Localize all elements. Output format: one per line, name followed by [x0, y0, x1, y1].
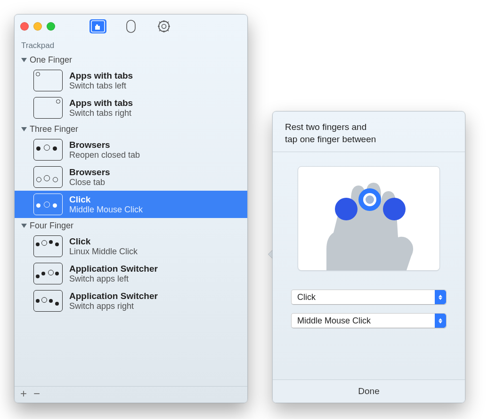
- svg-point-16: [383, 198, 406, 220]
- svg-point-12: [335, 198, 358, 220]
- toolbar-tabs: [81, 17, 180, 36]
- item-title: Apps with tabs: [69, 98, 133, 108]
- select-value: Click: [297, 292, 316, 302]
- titlebar: [15, 15, 247, 38]
- zoom-window-button[interactable]: [47, 22, 55, 31]
- gesture-glyph-icon: [33, 235, 63, 257]
- svg-line-10: [167, 22, 169, 23]
- list-item[interactable]: Browsers Close tab: [15, 163, 247, 191]
- list-item[interactable]: Apps with tabs Switch tabs right: [15, 94, 247, 121]
- list-item[interactable]: Application Switcher Switch apps right: [15, 287, 247, 315]
- item-subtitle: Middle Mouse Click: [69, 205, 143, 215]
- preferences-window: Trackpad One Finger Apps with tabs Switc…: [14, 14, 248, 403]
- item-title: Apps with tabs: [69, 71, 133, 81]
- item-subtitle: Switch tabs right: [69, 108, 133, 118]
- gesture-glyph-icon: [33, 263, 63, 284]
- done-button[interactable]: Done: [273, 380, 465, 403]
- item-title: Click: [69, 236, 138, 247]
- list-footer: + −: [15, 386, 247, 403]
- tab-mouse[interactable]: [114, 17, 147, 36]
- svg-line-8: [159, 22, 161, 23]
- minimize-window-button[interactable]: [33, 22, 42, 31]
- tab-settings[interactable]: [147, 17, 180, 36]
- section-label: Four Finger: [30, 221, 73, 231]
- stepper-icon: [435, 290, 446, 304]
- heading-line: Rest two fingers and: [285, 121, 453, 133]
- gesture-list: One Finger Apps with tabs Switch tabs le…: [15, 52, 247, 386]
- gesture-glyph-icon: [33, 290, 63, 312]
- section-label: Three Finger: [30, 124, 78, 134]
- list-item[interactable]: Browsers Reopen closed tab: [15, 136, 247, 163]
- section-caption: Trackpad: [15, 38, 247, 52]
- gesture-glyph-icon: [33, 194, 63, 215]
- action-select[interactable]: Click: [291, 290, 447, 305]
- item-title: Click: [69, 194, 143, 205]
- gesture-glyph-icon: [33, 70, 63, 91]
- remove-button[interactable]: −: [33, 388, 40, 399]
- disclosure-triangle-icon: [21, 224, 27, 228]
- section-one-finger[interactable]: One Finger: [15, 52, 247, 67]
- mouse-icon: [122, 19, 139, 33]
- item-title: Application Switcher: [69, 264, 158, 274]
- svg-line-11: [159, 30, 161, 31]
- heading-line: tap one finger between: [285, 133, 453, 145]
- svg-point-15: [366, 195, 374, 204]
- item-subtitle: Close tab: [69, 178, 110, 187]
- detail-popover: Rest two fingers and tap one finger betw…: [272, 111, 465, 403]
- gesture-glyph-icon: [33, 139, 63, 161]
- window-controls[interactable]: [20, 22, 55, 31]
- section-label: One Finger: [30, 55, 72, 65]
- gesture-illustration: [298, 166, 440, 271]
- gear-icon: [155, 19, 172, 33]
- select-value: Middle Mouse Click: [297, 316, 371, 326]
- tab-trackpad[interactable]: [81, 17, 114, 36]
- item-subtitle: Reopen closed tab: [69, 150, 140, 160]
- list-item[interactable]: Click Linux Middle Click: [15, 233, 247, 260]
- item-title: Application Switcher: [69, 291, 158, 301]
- trackpad-hand-icon: [89, 19, 106, 33]
- result-select[interactable]: Middle Mouse Click: [291, 313, 447, 328]
- gesture-glyph-icon: [33, 166, 63, 188]
- stepper-icon: [435, 314, 446, 328]
- svg-point-3: [162, 24, 166, 29]
- disclosure-triangle-icon: [21, 58, 27, 62]
- list-item-selected[interactable]: Click Middle Mouse Click: [15, 191, 247, 218]
- item-subtitle: Linux Middle Click: [69, 247, 138, 257]
- close-window-button[interactable]: [20, 22, 29, 31]
- add-button[interactable]: +: [20, 388, 27, 399]
- item-subtitle: Switch tabs left: [69, 81, 133, 91]
- disclosure-triangle-icon: [21, 127, 27, 131]
- list-item[interactable]: Application Switcher Switch apps left: [15, 260, 247, 287]
- list-item[interactable]: Apps with tabs Switch tabs left: [15, 67, 247, 94]
- item-subtitle: Switch apps left: [69, 274, 158, 284]
- gesture-glyph-icon: [33, 97, 63, 119]
- section-four-finger[interactable]: Four Finger: [15, 218, 247, 233]
- section-three-finger[interactable]: Three Finger: [15, 121, 247, 136]
- item-title: Browsers: [69, 140, 140, 150]
- detail-heading: Rest two fingers and tap one finger betw…: [273, 112, 465, 152]
- item-title: Browsers: [69, 167, 110, 178]
- svg-rect-1: [127, 20, 135, 32]
- svg-line-9: [167, 30, 169, 31]
- item-subtitle: Switch apps right: [69, 301, 158, 311]
